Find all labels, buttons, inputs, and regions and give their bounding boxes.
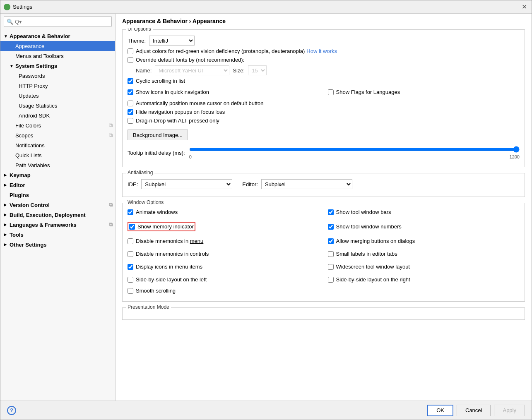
override-fonts-checkbox[interactable] — [128, 57, 133, 63]
icons-flags-row: Show icons in quick navigation Show Flag… — [128, 86, 520, 98]
sidebar-item-editor[interactable]: ▶ Editor — [0, 180, 115, 190]
show-tool-bars-label[interactable]: Show tool window bars — [328, 209, 391, 215]
sidebar-label: Android SDK — [19, 113, 115, 119]
side-right-label[interactable]: Side-by-side layout on the right — [328, 276, 410, 283]
show-tool-numbers-checkbox[interactable] — [328, 224, 334, 230]
drag-alt-row: Drag-n-Drop with ALT pressed only — [128, 118, 520, 124]
copy-icon: ⧉ — [109, 202, 113, 208]
auto-mouse-label[interactable]: Automatically position mouse cursor on d… — [128, 100, 264, 106]
sidebar-item-menus-toolbars[interactable]: Menus and Toolbars — [0, 51, 115, 61]
animate-windows-label[interactable]: Animate windows — [128, 209, 178, 215]
cyclic-scroll-checkbox[interactable] — [128, 78, 133, 84]
sidebar-label: Editor — [10, 182, 115, 188]
apply-button[interactable]: Apply — [494, 405, 525, 416]
side-left-checkbox[interactable] — [128, 277, 133, 283]
settings-window: Settings ✕ 🔍 ▼ Appearance & Behavior App… — [0, 0, 532, 420]
show-icons-checkbox[interactable] — [128, 89, 133, 95]
drag-alt-label[interactable]: Drag-n-Drop with ALT pressed only — [128, 118, 219, 124]
sidebar-item-appearance-behavior[interactable]: ▼ Appearance & Behavior — [0, 31, 115, 41]
side-right-checkbox[interactable] — [328, 277, 334, 283]
presentation-mode-title: Presentation Mode — [126, 304, 171, 310]
sidebar-item-quick-lists[interactable]: Quick Lists — [0, 150, 115, 160]
redgreen-label[interactable]: Adjust colors for red-green vision defic… — [128, 48, 305, 54]
sidebar-label: Updates — [19, 93, 115, 99]
small-labels-label[interactable]: Small labels in editor tabs — [328, 251, 397, 257]
display-icons-label[interactable]: Display icons in menu items — [128, 264, 202, 270]
font-name-select[interactable]: Microsoft YaHei UI — [155, 65, 229, 75]
sidebar-item-android-sdk[interactable]: Android SDK — [0, 110, 115, 120]
sidebar-item-system-settings[interactable]: ▼ System Settings — [0, 61, 115, 71]
ui-options-section: UI Options Theme: IntelliJ Darcula High … — [122, 29, 525, 167]
auto-mouse-checkbox[interactable] — [128, 101, 133, 106]
sidebar-item-updates[interactable]: Updates — [0, 91, 115, 101]
app-icon — [4, 4, 10, 10]
search-box[interactable]: 🔍 — [4, 16, 112, 27]
tooltip-slider[interactable] — [189, 146, 520, 153]
sidebar-item-file-colors[interactable]: File Colors ⧉ — [0, 120, 115, 130]
expand-arrow: ▼ — [10, 64, 15, 68]
show-tool-numbers-label[interactable]: Show tool window numbers — [328, 223, 402, 230]
disable-mnem-menu-label[interactable]: Disable mnemonics in menu — [128, 238, 203, 244]
search-input[interactable] — [15, 19, 109, 25]
editor-antialiasing-select[interactable]: Subpixel None Greyscale — [261, 179, 352, 189]
allow-merging-checkbox[interactable] — [328, 238, 334, 244]
smooth-scrolling-checkbox[interactable] — [128, 288, 133, 294]
side-left-label[interactable]: Side-by-side layout on the left — [128, 276, 207, 283]
show-flags-label[interactable]: Show Flags for Languages — [328, 89, 400, 95]
drag-alt-checkbox[interactable] — [128, 118, 133, 124]
allow-merging-label[interactable]: Allow merging buttons on dialogs — [328, 238, 415, 244]
font-size-select[interactable]: 15 — [248, 65, 267, 75]
sidebar-item-tools[interactable]: ▶ Tools — [0, 230, 115, 240]
help-button[interactable]: ? — [7, 406, 16, 415]
widescreen-checkbox[interactable] — [328, 264, 334, 270]
antialiasing-row: IDE: Subpixel None Greyscale Editor: Sub… — [128, 179, 520, 189]
close-button[interactable]: ✕ — [520, 3, 528, 11]
sidebar-item-notifications[interactable]: Notifications — [0, 140, 115, 150]
ide-label: IDE: — [128, 181, 138, 187]
disable-mnem-controls-label[interactable]: Disable mnemonics in controls — [128, 251, 209, 257]
smooth-scrolling-label[interactable]: Smooth scrolling — [128, 288, 176, 294]
sidebar-label: Tools — [10, 232, 115, 238]
sidebar-item-plugins[interactable]: Plugins — [0, 190, 115, 200]
sidebar-item-build[interactable]: ▶ Build, Execution, Deployment — [0, 210, 115, 220]
show-flags-checkbox[interactable] — [328, 89, 334, 95]
ok-button[interactable]: OK — [427, 405, 453, 416]
cyclic-scroll-row: Cyclic scrolling in list — [128, 78, 520, 84]
theme-select[interactable]: IntelliJ Darcula High Contrast — [149, 36, 195, 46]
ide-antialiasing-select[interactable]: Subpixel None Greyscale — [141, 179, 232, 189]
show-memory-label[interactable]: Show memory indicator — [129, 223, 194, 230]
disable-mnem-menu-checkbox[interactable] — [128, 238, 133, 244]
sidebar-item-passwords[interactable]: Passwords — [0, 71, 115, 81]
sidebar-item-appearance[interactable]: Appearance — [0, 41, 115, 51]
show-memory-highlight: Show memory indicator — [128, 222, 195, 231]
hide-nav-checkbox[interactable] — [128, 109, 133, 115]
animate-windows-checkbox[interactable] — [128, 209, 133, 215]
widescreen-label[interactable]: Widescreen tool window layout — [328, 264, 410, 270]
hide-nav-label[interactable]: Hide navigation popups on focus loss — [128, 109, 225, 115]
sidebar-item-usage-statistics[interactable]: Usage Statistics — [0, 101, 115, 110]
override-fonts-label[interactable]: Override default fonts by (not recommend… — [128, 57, 244, 63]
how-it-works-link[interactable]: How it works — [306, 48, 337, 54]
background-image-button[interactable]: Background Image... — [128, 130, 188, 140]
sidebar-item-path-variables[interactable]: Path Variables — [0, 160, 115, 170]
redgreen-checkbox[interactable] — [128, 48, 133, 54]
display-icons-checkbox[interactable] — [128, 264, 133, 270]
antialiasing-section: Antialiasing IDE: Subpixel None Greyscal… — [122, 173, 525, 197]
window-options-section: Window Options Animate windows — [122, 203, 525, 302]
window-options-title: Window Options — [126, 199, 165, 205]
sidebar-item-version-control[interactable]: ▶ Version Control ⧉ — [0, 200, 115, 210]
show-icons-label[interactable]: Show icons in quick navigation — [128, 89, 209, 95]
copy-icon: ⧉ — [109, 122, 113, 129]
disable-mnem-controls-checkbox[interactable] — [128, 251, 133, 257]
sidebar-item-keymap[interactable]: ▶ Keymap — [0, 170, 115, 180]
tooltip-slider-container: 0 1200 — [189, 146, 520, 159]
small-labels-checkbox[interactable] — [328, 251, 334, 257]
sidebar-item-languages[interactable]: ▶ Languages & Frameworks ⧉ — [0, 220, 115, 230]
sidebar-item-other-settings[interactable]: ▶ Other Settings — [0, 240, 115, 250]
sidebar-item-http-proxy[interactable]: HTTP Proxy — [0, 81, 115, 91]
show-tool-bars-checkbox[interactable] — [328, 209, 334, 215]
cancel-button[interactable]: Cancel — [457, 405, 491, 416]
show-memory-checkbox[interactable] — [129, 224, 135, 230]
sidebar-item-scopes[interactable]: Scopes ⧉ — [0, 130, 115, 140]
cyclic-scroll-label[interactable]: Cyclic scrolling in list — [128, 78, 185, 84]
